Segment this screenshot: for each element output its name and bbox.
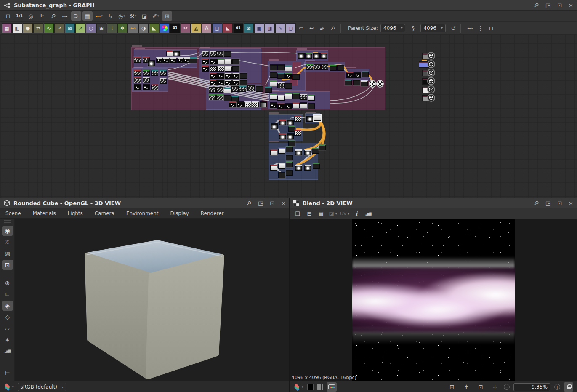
graph-node[interactable] bbox=[217, 73, 224, 79]
stats-histogram-button[interactable]: ▂▅▇ bbox=[2, 346, 13, 356]
graph-node[interactable] bbox=[224, 95, 231, 101]
graph-node[interactable] bbox=[160, 78, 167, 84]
graph-node[interactable] bbox=[285, 93, 292, 99]
link-sizes-button[interactable]: § bbox=[408, 24, 418, 33]
search-button[interactable]: ⚲ bbox=[48, 11, 58, 21]
graph-node[interactable] bbox=[202, 66, 209, 72]
connect-nodes-button[interactable]: ⊷ bbox=[465, 24, 475, 33]
graph-node[interactable] bbox=[278, 172, 285, 178]
graph-node[interactable] bbox=[190, 57, 197, 63]
rounded-cube-mesh-button[interactable]: ◈ bbox=[2, 301, 13, 311]
output-cube-badge[interactable] bbox=[427, 85, 435, 93]
close-icon[interactable]: × bbox=[569, 200, 573, 206]
graph-node[interactable] bbox=[202, 51, 209, 57]
graph-node[interactable] bbox=[354, 72, 361, 78]
grayscale-conversion-node-button[interactable]: 01 bbox=[170, 23, 180, 33]
graph-node[interactable] bbox=[217, 59, 224, 64]
height-blend-node-button[interactable]: ↓ bbox=[107, 23, 117, 33]
graph-node[interactable] bbox=[285, 103, 292, 109]
graph-node[interactable] bbox=[143, 70, 150, 76]
graph-node[interactable] bbox=[209, 87, 216, 93]
graph-node[interactable] bbox=[231, 86, 239, 92]
colorspace-select[interactable]: sRGB (default) ▾ bbox=[18, 383, 67, 391]
tiling-mode-button[interactable]: ⊞ bbox=[447, 382, 457, 392]
maximize-icon[interactable]: ⊡ bbox=[557, 2, 562, 8]
pin-icon[interactable]: ⚲ bbox=[245, 200, 253, 207]
graph-node[interactable] bbox=[319, 144, 326, 150]
graph-node[interactable] bbox=[216, 87, 223, 93]
blend-node-button[interactable]: ◧ bbox=[12, 23, 22, 33]
menu-renderer[interactable]: Renderer bbox=[201, 211, 224, 216]
graph-node[interactable] bbox=[287, 120, 294, 125]
parent-size-width-select[interactable]: 4096▾ bbox=[380, 24, 406, 32]
graph-node[interactable] bbox=[285, 83, 292, 89]
graph-node[interactable] bbox=[277, 82, 285, 88]
graph-node[interactable] bbox=[286, 146, 293, 152]
graph-output-thumbnail[interactable] bbox=[376, 80, 384, 88]
graph-node[interactable] bbox=[240, 80, 247, 85]
image-mode-button[interactable]: ◪▾ bbox=[328, 209, 338, 219]
graph-node[interactable] bbox=[278, 148, 285, 154]
tile-sampler-node-button[interactable]: ⊞ bbox=[96, 23, 106, 33]
fx-quadrant-node-button[interactable]: ◨ bbox=[265, 23, 275, 33]
float-icon[interactable]: ◳ bbox=[545, 200, 550, 206]
graph-node[interactable] bbox=[244, 101, 251, 107]
graph-node[interactable] bbox=[217, 66, 224, 72]
graph-node[interactable] bbox=[330, 65, 337, 71]
graph-node[interactable] bbox=[173, 51, 180, 56]
output-cube-badge[interactable] bbox=[427, 60, 435, 68]
pan-view-button[interactable]: ⊹ bbox=[490, 382, 500, 392]
scene-tree-button[interactable]: ⊢ bbox=[2, 368, 13, 378]
mirror-node-button[interactable]: ◭ bbox=[191, 23, 201, 33]
graph-node[interactable] bbox=[278, 163, 285, 169]
graph-node[interactable] bbox=[300, 102, 307, 108]
graph-node[interactable] bbox=[270, 72, 277, 78]
graph-node[interactable] bbox=[346, 72, 354, 78]
graph-node[interactable] bbox=[287, 133, 294, 139]
zoom-out-button[interactable]: − bbox=[504, 384, 510, 390]
fx-map-node-button[interactable]: ▣ bbox=[254, 23, 264, 33]
new-view-button[interactable]: ❏ bbox=[292, 209, 303, 219]
graph-node[interactable] bbox=[294, 116, 301, 122]
graph-node[interactable] bbox=[148, 60, 155, 66]
snap-grid-button[interactable]: ⊞ bbox=[162, 11, 172, 21]
graph-node[interactable] bbox=[292, 93, 300, 99]
fit-image-button[interactable]: ⊡ bbox=[476, 382, 486, 392]
safe-transform-node-button[interactable]: ⊠ bbox=[244, 23, 254, 33]
color-layers-icon[interactable] bbox=[4, 384, 11, 390]
graph-node[interactable] bbox=[143, 84, 150, 90]
graph-node[interactable] bbox=[232, 66, 239, 72]
graph-node[interactable] bbox=[160, 70, 167, 76]
graph-node[interactable] bbox=[134, 77, 141, 83]
graph-node[interactable] bbox=[252, 101, 259, 107]
axes-gizmo-button[interactable]: ∟ bbox=[2, 289, 13, 299]
lock-zoom-button[interactable] bbox=[564, 382, 573, 392]
graph-node[interactable] bbox=[270, 102, 277, 108]
graph-output-thumbnail[interactable] bbox=[369, 80, 376, 88]
graph-node[interactable] bbox=[312, 148, 319, 154]
graph-node[interactable] bbox=[285, 65, 292, 71]
environment-map-button[interactable]: ▨ bbox=[2, 248, 13, 259]
graph-node[interactable] bbox=[270, 80, 277, 86]
graph-node[interactable] bbox=[270, 64, 277, 70]
graph-node[interactable] bbox=[209, 94, 216, 100]
graph-node[interactable] bbox=[232, 59, 239, 64]
graph-node[interactable] bbox=[210, 51, 217, 57]
graph-node[interactable] bbox=[295, 149, 302, 155]
graph-node[interactable] bbox=[308, 95, 315, 101]
crop-node-button[interactable]: ▢ bbox=[212, 23, 222, 33]
output-cube-badge[interactable] bbox=[427, 52, 435, 60]
directional-warp-node-button[interactable]: ↗ bbox=[75, 23, 85, 33]
graph-node[interactable] bbox=[279, 133, 286, 139]
display-settings-button[interactable]: ⊡ bbox=[2, 260, 13, 270]
graph-node[interactable] bbox=[240, 73, 247, 79]
graph-node[interactable] bbox=[286, 155, 293, 160]
histogram-scan-node-button[interactable]: ◣ bbox=[149, 23, 159, 33]
graph-node[interactable] bbox=[313, 163, 320, 169]
menu-materials[interactable]: Materials bbox=[33, 211, 56, 216]
output-cube-badge[interactable] bbox=[427, 94, 435, 102]
graph-node[interactable] bbox=[298, 53, 305, 59]
graph-node[interactable] bbox=[305, 53, 312, 59]
comment-node-button[interactable]: ▭ bbox=[296, 23, 306, 33]
graph-node[interactable] bbox=[229, 101, 236, 107]
